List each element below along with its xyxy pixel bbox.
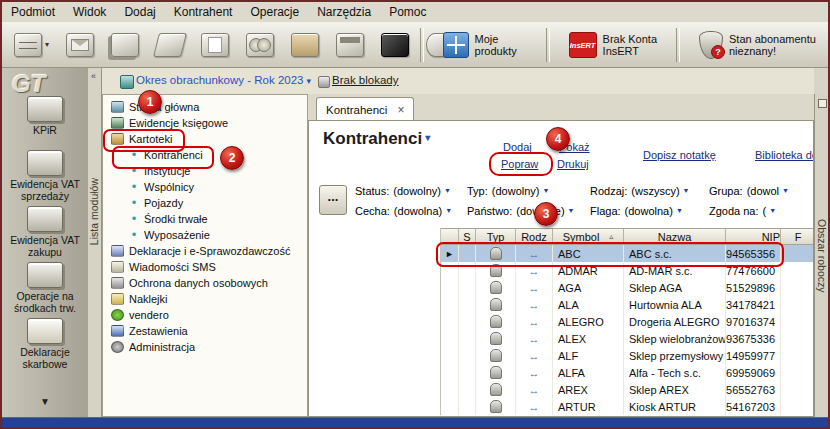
module-icon <box>27 150 63 176</box>
tree-item-9[interactable]: Deklaracje i e-Sprawozdawczość <box>103 243 307 259</box>
column-header-f[interactable]: F <box>781 229 814 244</box>
tree-item-5[interactable]: •Wspólnicy <box>103 179 307 195</box>
menu-item-2[interactable]: Dodaj <box>115 5 164 19</box>
toolbar-button-eraser[interactable] <box>152 29 188 61</box>
more-filters-button[interactable]: ... <box>319 185 347 215</box>
collapse-icon[interactable]: « <box>91 71 96 81</box>
table-row[interactable]: ↔AGASklep AGA351529896 <box>441 279 814 296</box>
cell-rodz: ↔ <box>516 381 553 398</box>
menu-item-4[interactable]: Operacje <box>241 5 308 19</box>
table-row[interactable]: ↔ALAHurtownia ALA134178421 <box>441 296 814 313</box>
workspace-strip-label: Obszar roboczy <box>816 219 828 293</box>
tree-item-8[interactable]: •Wyposażenie <box>103 227 307 243</box>
subscription-status-button[interactable]: ? Stan abonamentu nieznany! <box>694 28 822 62</box>
action-drukuj[interactable]: Drukuj <box>557 158 589 170</box>
accounting-period-text: Okres obrachunkowy - Rok 2023 <box>136 74 303 86</box>
transfer-arrows-icon: ↔ <box>529 316 540 328</box>
table-body: ►↔ABCABC s.c.894565356↔ADMARAD-MAR s.c.8… <box>441 245 814 415</box>
tree-item-13[interactable]: vendero <box>103 307 307 323</box>
cell-nip: 297016374 <box>726 313 781 330</box>
tree-item-15[interactable]: Administracja <box>103 339 307 355</box>
tree-item-6[interactable]: •Pojazdy <box>103 195 307 211</box>
dropdown-arrow-icon[interactable]: ▼ <box>542 187 549 194</box>
transfer-arrows-icon: ↔ <box>529 299 540 311</box>
action-biblioteka[interactable]: Biblioteka dok <box>755 149 814 161</box>
toolbar-separator <box>546 28 550 62</box>
dropdown-arrow-icon[interactable]: ▼ <box>769 207 776 214</box>
module-item-1[interactable]: Ewidencja VAT sprzedaży <box>2 150 88 202</box>
table-row[interactable]: ↔ALFSklep przemysłowy ALF414959977 <box>441 347 814 364</box>
menu-item-0[interactable]: Podmiot <box>2 5 64 19</box>
toolbar-button-package[interactable] <box>287 29 323 61</box>
cell-sel <box>441 347 459 364</box>
cell-nip: 134178421 <box>726 296 781 313</box>
menu-bar: PodmiotWidokDodajKontrahentOperacjeNarzę… <box>2 2 828 23</box>
transfer-arrows-icon: ↔ <box>529 384 540 396</box>
tab-close-icon[interactable]: × <box>397 103 404 117</box>
chevron-down-icon[interactable]: ▾ <box>45 40 49 49</box>
filter-label: Grupa: <box>709 185 743 197</box>
toolbar-button-notebook[interactable] <box>197 29 233 61</box>
filter-value[interactable]: (dowolna) <box>625 205 673 217</box>
table-row[interactable]: ↔ARTURKiosk ARTUR154167203 <box>441 398 814 415</box>
menu-item-6[interactable]: Pomoc <box>380 5 435 19</box>
menu-item-3[interactable]: Kontrahent <box>165 5 242 19</box>
cell-typ <box>476 279 516 296</box>
lock-status-link[interactable]: Brak blokady <box>332 74 398 86</box>
filter-value[interactable]: (dowolna) <box>394 205 442 217</box>
dropdown-arrow-icon[interactable]: ▼ <box>568 207 575 214</box>
contractor-icon <box>490 349 502 362</box>
toolbar-button-cabinet[interactable]: ▾ <box>10 29 53 61</box>
tree-item-11[interactable]: Ochrona danych osobowych <box>103 275 307 291</box>
filter-7: Zgoda na:(▼ <box>709 203 776 218</box>
table-row[interactable]: ↔ALEGRODrogeria ALEGRO297016374 <box>441 313 814 330</box>
tree-item-10[interactable]: Wiadomości SMS <box>103 259 307 275</box>
cell-typ <box>476 381 516 398</box>
tree-item-0[interactable]: Strona główna <box>103 99 307 115</box>
tree-item-label: Naklejki <box>129 293 168 305</box>
page-title-text: Kontrahenci <box>323 129 422 148</box>
filter-value[interactable]: (dowolny) <box>393 185 441 197</box>
menu-item-1[interactable]: Widok <box>64 5 115 19</box>
table-row[interactable]: ↔AREXSklep AREX656552763 <box>441 381 814 398</box>
toolbar-button-cube[interactable] <box>377 29 413 61</box>
filter-value[interactable]: (wszyscy) <box>631 185 679 197</box>
accounting-period-link[interactable]: Okres obrachunkowy - Rok 2023▾ <box>136 74 311 86</box>
transfer-arrows-icon: ↔ <box>529 350 540 362</box>
moje-produkty-button[interactable]: Moje produkty <box>438 29 532 61</box>
toolbar-button-disk[interactable] <box>332 29 368 61</box>
filter-value[interactable]: (dowol <box>747 185 779 197</box>
menu-item-5[interactable]: Narzędzia <box>308 5 380 19</box>
dropdown-arrow-icon[interactable]: ▼ <box>444 187 451 194</box>
tree-item-14[interactable]: Zestawienia <box>103 323 307 339</box>
module-item-0[interactable]: KPiR <box>2 96 88 137</box>
tree-item-7[interactable]: •Środki trwałe <box>103 211 307 227</box>
dropdown-arrow-icon[interactable]: ▼ <box>445 207 452 214</box>
module-item-4[interactable]: Deklaracje skarbowe <box>2 318 88 370</box>
insert-account-button[interactable]: InsERT Brak Konta InsERT <box>564 29 662 61</box>
table-row[interactable]: ↔ALEXSklep wielobranżowy ALE793675336 <box>441 330 814 347</box>
module-item-2[interactable]: Ewidencja VAT zakupu <box>2 206 88 258</box>
dropdown-arrow-icon[interactable]: ▼ <box>676 207 683 214</box>
more-modules-icon[interactable]: ▼ <box>2 396 88 407</box>
cell-sel <box>441 364 459 381</box>
gt-logo: GT <box>12 70 45 98</box>
dropdown-arrow-icon[interactable]: ▼ <box>782 187 789 194</box>
module-item-3[interactable]: Operacje na środkach trw. <box>2 262 88 314</box>
filter-value[interactable]: ( <box>763 205 767 217</box>
workspace-strip[interactable]: Obszar roboczy <box>814 94 828 417</box>
period-bar: Okres obrachunkowy - Rok 2023▾ Brak blok… <box>102 68 814 94</box>
table-row[interactable]: ↔ALFAAlfa - Tech s.c.569959069 <box>441 364 814 381</box>
filter-1: Typ:(dowolny)▼ <box>467 183 549 198</box>
toolbar-button-coins[interactable] <box>242 29 278 61</box>
dropdown-arrow-icon[interactable]: ▼ <box>683 187 690 194</box>
toolbar-button-ledger[interactable] <box>107 29 143 61</box>
cell-nazwa: Sklep AGA <box>624 279 726 296</box>
toolbar-button-mail[interactable] <box>62 29 98 61</box>
title-dropdown-icon[interactable]: ▾ <box>425 132 430 143</box>
filter-value[interactable]: (dowolny) <box>492 185 540 197</box>
tab-kontrahenci[interactable]: Kontrahenci × <box>316 97 414 121</box>
modules-collapse-strip[interactable]: « Lista modułów <box>88 68 102 417</box>
tree-item-12[interactable]: Naklejki <box>103 291 307 307</box>
action-dopisz-notatke[interactable]: Dopisz notatkę <box>643 149 716 161</box>
